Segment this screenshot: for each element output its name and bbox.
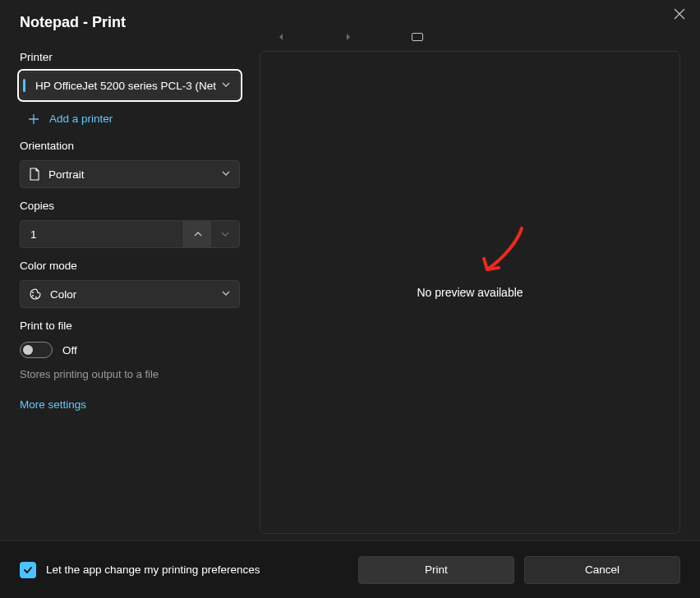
- color-mode-dropdown[interactable]: Color: [20, 280, 240, 308]
- fullscreen-icon[interactable]: [412, 33, 423, 41]
- orientation-label: Orientation: [20, 140, 240, 152]
- preferences-checkbox[interactable]: [20, 562, 36, 578]
- portrait-icon: [29, 168, 40, 181]
- toggle-knob: [23, 345, 33, 355]
- printer-selected: HP OfficeJet 5200 series PCL-3 (Net: [29, 80, 221, 92]
- plus-icon: [28, 113, 39, 125]
- print-button[interactable]: Print: [358, 556, 514, 584]
- color-mode-selected: Color: [42, 288, 221, 301]
- chevron-down-icon: [221, 80, 231, 92]
- print-options-panel: Printer HP OfficeJet 5200 series PCL-3 (…: [20, 44, 240, 540]
- focus-accent: [23, 79, 25, 92]
- copies-decrement-button[interactable]: [211, 221, 239, 247]
- dialog-title: Notepad - Print: [20, 14, 126, 31]
- orientation-dropdown[interactable]: Portrait: [20, 160, 240, 188]
- next-page-button[interactable]: [344, 33, 352, 41]
- copies-increment-button[interactable]: [183, 221, 211, 247]
- preview-nav: [277, 33, 423, 41]
- chevron-down-icon: [221, 168, 231, 181]
- copies-label: Copies: [20, 200, 240, 212]
- print-to-file-state: Off: [62, 344, 77, 356]
- more-settings-link[interactable]: More settings: [20, 398, 240, 411]
- footer: Let the app change my printing preferenc…: [0, 540, 700, 598]
- chevron-down-icon: [221, 288, 231, 301]
- printer-dropdown[interactable]: HP OfficeJet 5200 series PCL-3 (Net: [20, 71, 240, 99]
- svg-point-0: [32, 292, 34, 293]
- print-to-file-toggle[interactable]: [20, 342, 53, 358]
- preferences-checkbox-label: Let the app change my printing preferenc…: [46, 564, 260, 576]
- preview-panel: No preview available: [260, 51, 680, 534]
- print-to-file-label: Print to file: [20, 320, 240, 332]
- orientation-selected: Portrait: [40, 168, 221, 181]
- color-mode-label: Color mode: [20, 260, 240, 272]
- print-to-file-help: Stores printing output to a file: [20, 368, 240, 380]
- cancel-button[interactable]: Cancel: [524, 556, 680, 584]
- printer-label: Printer: [20, 51, 240, 63]
- prev-page-button[interactable]: [277, 33, 285, 41]
- copies-stepper: [20, 220, 240, 248]
- svg-point-2: [35, 297, 37, 298]
- palette-icon: [29, 288, 42, 301]
- copies-input[interactable]: [21, 228, 183, 241]
- add-printer-link[interactable]: Add a printer: [20, 109, 240, 128]
- add-printer-label: Add a printer: [49, 113, 113, 125]
- close-button[interactable]: [674, 8, 685, 20]
- svg-point-1: [32, 295, 34, 297]
- no-preview-text: No preview available: [417, 286, 523, 299]
